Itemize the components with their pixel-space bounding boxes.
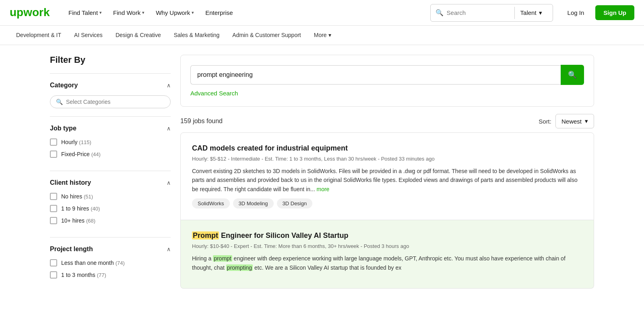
category-filter-section: Category ∧ 🔍: [50, 73, 171, 116]
sort-dropdown[interactable]: Newest ▾: [555, 114, 594, 128]
cat-design-creative[interactable]: Design & Creative: [109, 26, 167, 45]
cat-sales-marketing[interactable]: Sales & Marketing: [167, 26, 226, 45]
job-meta-1: Hourly: $5-$12 - Intermediate - Est. Tim…: [192, 156, 582, 162]
why-upwork-chevron-icon: ▾: [192, 10, 194, 15]
10plus-hires-label: 10+ hires (68): [61, 217, 95, 224]
job-title-link-2[interactable]: Prompt Engineer for Silicon Valley AI St…: [192, 231, 348, 239]
advanced-search-link[interactable]: Advanced Search: [190, 90, 238, 97]
project-length-chevron-icon: ∧: [167, 246, 171, 252]
job-tag-3d-design[interactable]: 3D Design: [277, 198, 313, 208]
cat-ai-label: AI Services: [74, 32, 103, 38]
prompting-highlight-2: prompting: [226, 264, 253, 271]
main-nav: Find Talent ▾ Find Work ▾ Why Upwork ▾ E…: [64, 6, 238, 19]
filter-by-title: Filter By: [50, 55, 171, 65]
prompt-highlight-1: prompt: [213, 255, 232, 262]
main-layout: Filter By Category ∧ 🔍 Job type ∧ Hourly: [40, 45, 604, 301]
results-header: 159 jobs found Sort: Newest ▾: [180, 107, 594, 132]
sort-label: Sort:: [539, 118, 551, 125]
job-tag-solidworks[interactable]: SolidWorks: [192, 198, 230, 208]
1-3-months-checkbox-item[interactable]: 1 to 3 months (77): [50, 271, 171, 279]
category-filter-title: Category: [50, 82, 78, 89]
results-count: 159 jobs found: [180, 118, 223, 125]
cat-dev-it[interactable]: Development & IT: [10, 26, 68, 45]
client-history-chevron-icon: ∧: [167, 180, 171, 186]
job-list: CAD models created for industrial equipm…: [180, 132, 594, 289]
find-talent-chevron-icon: ▾: [99, 10, 102, 15]
why-upwork-label: Why Upwork: [156, 9, 190, 16]
job-title-1[interactable]: CAD models created for industrial equipm…: [192, 144, 582, 153]
job-search-input[interactable]: [190, 65, 561, 85]
category-search-box: 🔍: [50, 95, 171, 108]
cat-sales-label: Sales & Marketing: [174, 32, 220, 38]
cat-admin-support[interactable]: Admin & Customer Support: [226, 26, 307, 45]
hourly-checkbox-item[interactable]: Hourly (115): [50, 138, 171, 146]
1-9-hires-label: 1 to 9 hires (40): [61, 205, 100, 212]
nav-enterprise[interactable]: Enterprise: [200, 6, 237, 19]
job-desc-1: Convert existing 2D sketches to 3D model…: [192, 167, 582, 194]
category-nav: Development & IT AI Services Design & Cr…: [0, 26, 644, 45]
cat-design-label: Design & Creative: [116, 32, 161, 38]
job-type-filter-header[interactable]: Job type ∧: [50, 125, 171, 132]
find-work-chevron-icon: ▾: [142, 10, 144, 15]
job-desc-2: Hiring a prompt engineer with deep exper…: [192, 254, 582, 272]
job-tag-3d-modeling[interactable]: 3D Modeling: [233, 198, 274, 208]
nav-find-work[interactable]: Find Work ▾: [108, 6, 149, 19]
search-icon: 🔍: [436, 9, 444, 17]
cat-admin-label: Admin & Customer Support: [232, 32, 301, 38]
navbar-actions: Log In Sign Up: [561, 5, 634, 20]
sort-value: Newest: [561, 118, 582, 125]
1-9-hires-checkbox-item[interactable]: 1 to 9 hires (40): [50, 205, 171, 212]
job-type-chevron-icon: ∧: [167, 125, 171, 132]
login-button[interactable]: Log In: [561, 6, 591, 19]
fixed-price-checkbox-item[interactable]: Fixed-Price (44): [50, 151, 171, 158]
project-length-filter-section: Project length ∧ Less than one month (74…: [50, 237, 171, 291]
less-one-month-checkbox-item[interactable]: Less than one month (74): [50, 259, 171, 266]
navbar: upwork Find Talent ▾ Find Work ▾ Why Upw…: [0, 0, 644, 26]
fixed-price-checkbox[interactable]: [50, 151, 57, 158]
less-one-month-checkbox[interactable]: [50, 259, 57, 266]
job-title-2[interactable]: Prompt Engineer for Silicon Valley AI St…: [192, 231, 582, 240]
cat-more[interactable]: More ▾: [308, 26, 338, 45]
job-meta-2: Hourly: $10-$40 - Expert - Est. Time: Mo…: [192, 243, 582, 249]
category-search-input[interactable]: [66, 99, 138, 105]
nav-why-upwork[interactable]: Why Upwork ▾: [151, 6, 199, 19]
1-3-months-label: 1 to 3 months (77): [61, 272, 106, 278]
job-type-filter-section: Job type ∧ Hourly (115) Fixed-Price (44): [50, 116, 171, 171]
no-hires-checkbox[interactable]: [50, 193, 57, 200]
no-hires-checkbox-item[interactable]: No hires (51): [50, 193, 171, 200]
nav-search-bar: 🔍 Talent ▾: [430, 4, 553, 22]
no-hires-label: No hires (51): [61, 193, 93, 200]
client-history-filter-header[interactable]: Client history ∧: [50, 179, 171, 186]
client-history-filter-title: Client history: [50, 179, 91, 186]
category-search-icon: 🔍: [56, 99, 63, 105]
job-title-link-1[interactable]: CAD models created for industrial equipm…: [192, 144, 348, 152]
logo[interactable]: upwork: [10, 6, 51, 20]
10plus-hires-checkbox[interactable]: [50, 217, 57, 224]
hourly-checkbox[interactable]: [50, 138, 57, 146]
nav-find-talent[interactable]: Find Talent ▾: [64, 6, 107, 19]
sort-row: Sort: Newest ▾: [539, 114, 594, 128]
less-one-month-label: Less than one month (74): [61, 260, 125, 266]
job-search-button-icon: 🔍: [568, 70, 577, 79]
hourly-label: Hourly (115): [61, 139, 91, 145]
10plus-hires-checkbox-item[interactable]: 10+ hires (68): [50, 217, 171, 224]
job-tags-1: SolidWorks 3D Modeling 3D Design: [192, 198, 582, 208]
talent-scope-dropdown[interactable]: Talent ▾: [514, 7, 548, 19]
cat-ai-services[interactable]: AI Services: [68, 26, 109, 45]
fixed-price-label: Fixed-Price (44): [61, 151, 101, 157]
job-title-highlight-2: Prompt: [192, 231, 219, 239]
signup-button[interactable]: Sign Up: [595, 5, 634, 20]
job-search-container: 🔍 Advanced Search: [180, 55, 594, 107]
1-9-hires-checkbox[interactable]: [50, 205, 57, 212]
nav-search-input[interactable]: [447, 9, 511, 16]
category-filter-header[interactable]: Category ∧: [50, 82, 171, 89]
project-length-filter-header[interactable]: Project length ∧: [50, 246, 171, 253]
job-type-filter-title: Job type: [50, 125, 76, 132]
job-search-row: 🔍: [190, 65, 584, 85]
job-card-1: CAD models created for industrial equipm…: [180, 132, 594, 220]
job-search-button[interactable]: 🔍: [561, 65, 584, 85]
1-3-months-checkbox[interactable]: [50, 271, 57, 279]
content-area: 🔍 Advanced Search 159 jobs found Sort: N…: [180, 55, 594, 291]
more-link-1[interactable]: more: [316, 186, 329, 192]
job-card-2: Prompt Engineer for Silicon Valley AI St…: [180, 220, 594, 289]
